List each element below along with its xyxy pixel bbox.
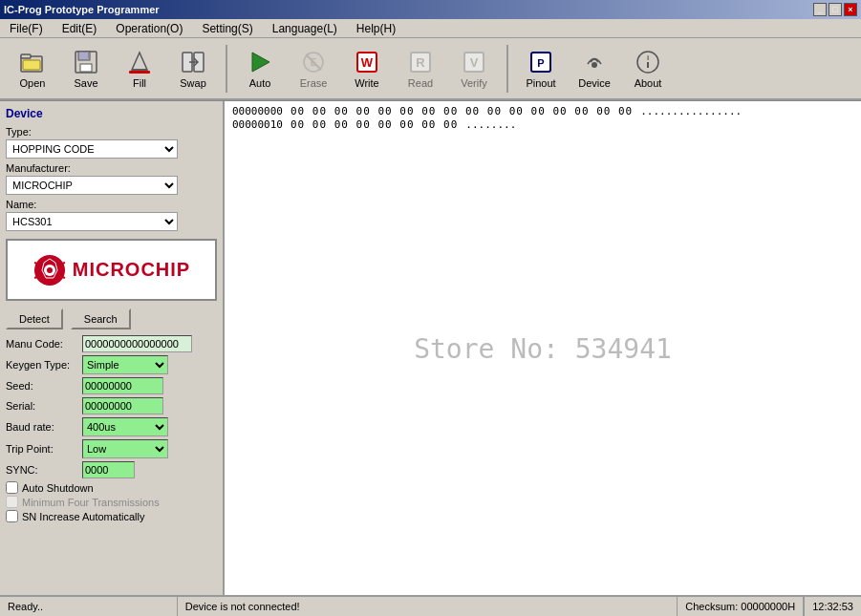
pinout-button[interactable]: P Pinout (516, 42, 566, 96)
watermark-text: Store No: 534941 (414, 332, 672, 364)
baud-rate-row: Baud rate: 400us (6, 417, 217, 436)
read-button[interactable]: R Read (396, 42, 445, 96)
manufacturer-select[interactable]: MICROCHIP (6, 176, 178, 195)
microchip-brand-text: MICROCHIP (73, 259, 190, 281)
svg-point-24 (592, 62, 597, 68)
status-checksum: Checksum: 00000000H (678, 597, 804, 616)
write-label: Write (355, 77, 378, 89)
pinout-label: Pinout (526, 77, 555, 89)
menu-setting[interactable]: Setting(S) (196, 20, 258, 37)
menu-edit[interactable]: Edit(E) (56, 20, 103, 37)
pinout-icon: P (527, 49, 554, 75)
status-device-text: Device is not connected! (185, 601, 300, 612)
svg-point-30 (47, 267, 53, 273)
status-checksum-text: Checksum: 00000000H (685, 601, 795, 612)
trip-point-label: Trip Point: (6, 443, 82, 455)
erase-label: Erase (300, 77, 328, 89)
erase-button[interactable]: E Erase (289, 42, 338, 96)
baud-rate-label: Baud rate: (6, 421, 82, 433)
detect-button[interactable]: Detect (6, 308, 63, 329)
type-select[interactable]: HOPPING CODE (6, 139, 178, 159)
menu-language[interactable]: Language(L) (267, 20, 343, 37)
save-button[interactable]: Save (61, 42, 111, 96)
verify-icon: V (461, 49, 487, 75)
swap-label: Swap (180, 77, 206, 89)
device-button[interactable]: Device (570, 42, 619, 96)
auto-label: Auto (249, 77, 271, 89)
name-select[interactable]: HCS301 (6, 212, 178, 231)
about-icon: i (635, 49, 661, 75)
search-button[interactable]: Search (71, 308, 131, 329)
sync-label: SYNC: (6, 464, 82, 476)
seed-input[interactable] (82, 377, 163, 394)
manu-code-row: Manu Code: (6, 335, 217, 352)
hex-addr-1: 00000010 (232, 118, 283, 132)
hex-bytes-1: 00 00 00 00 00 00 00 00 (291, 118, 458, 132)
sync-row: SYNC: (6, 461, 217, 478)
microchip-logo-icon (32, 253, 67, 287)
read-label: Read (408, 77, 433, 89)
serial-row: Serial: (6, 397, 217, 414)
svg-rect-2 (23, 60, 40, 70)
serial-input[interactable] (82, 397, 163, 414)
fill-icon (126, 49, 153, 75)
menu-bar: File(F) Edit(E) Operation(O) Setting(S) … (0, 19, 861, 38)
minimize-button[interactable]: _ (813, 3, 827, 16)
status-bar: Ready.. Device is not connected! Checksu… (0, 595, 861, 616)
hex-ascii-0: ................ (640, 105, 742, 118)
svg-text:P: P (537, 57, 544, 69)
swap-icon (180, 49, 206, 75)
menu-file[interactable]: File(F) (4, 20, 49, 37)
menu-operation[interactable]: Operation(O) (110, 20, 188, 37)
serial-label: Serial: (6, 400, 82, 412)
toolbar-separator-2 (506, 45, 508, 93)
about-button[interactable]: i About (623, 42, 673, 96)
hex-addr-0: 00000000 (232, 105, 283, 118)
keygen-type-select[interactable]: Simple (82, 355, 168, 374)
maximize-button[interactable]: □ (829, 3, 842, 16)
manufacturer-label: Manufacturer: (6, 162, 217, 174)
verify-button[interactable]: V Verify (449, 42, 499, 96)
auto-icon (247, 49, 273, 75)
left-panel: Device Type: HOPPING CODE Manufacturer: … (0, 101, 225, 595)
auto-shutdown-row: Auto Shutdown (6, 481, 217, 494)
fill-button[interactable]: Fill (115, 42, 164, 96)
panel-title: Device (6, 107, 217, 120)
svg-text:R: R (416, 55, 425, 70)
svg-text:V: V (470, 55, 479, 70)
swap-button[interactable]: Swap (168, 42, 218, 96)
manu-code-label: Manu Code: (6, 338, 82, 350)
title-bar-text: IC-Prog Prototype Programmer (4, 4, 160, 15)
save-label: Save (74, 77, 97, 89)
device-icon (581, 49, 608, 75)
name-label: Name: (6, 199, 217, 210)
toolbar-separator-1 (226, 45, 227, 93)
status-time: 12:32:53 (804, 597, 861, 616)
manu-code-input[interactable] (82, 335, 192, 352)
auto-button[interactable]: Auto (235, 42, 285, 96)
svg-text:W: W (361, 55, 374, 70)
verify-label: Verify (461, 77, 487, 89)
auto-shutdown-checkbox[interactable] (6, 481, 18, 494)
min-four-transmissions-label: Minimum Four Transmissions (22, 497, 160, 508)
svg-rect-5 (80, 64, 92, 72)
hex-bytes-0: 00 00 00 00 00 00 00 00 00 00 00 00 00 0… (291, 105, 633, 118)
open-label: Open (20, 77, 46, 89)
close-button[interactable]: × (844, 3, 857, 16)
sync-input[interactable] (82, 461, 135, 478)
svg-text:E: E (311, 57, 317, 68)
write-button[interactable]: W Write (342, 42, 392, 96)
trip-point-select[interactable]: Low (82, 439, 168, 458)
min-four-transmissions-checkbox[interactable] (6, 496, 18, 508)
sn-increase-checkbox[interactable] (6, 510, 18, 522)
menu-help[interactable]: Help(H) (351, 20, 401, 37)
hex-row-1: 00000010 00 00 00 00 00 00 00 00 .......… (232, 118, 853, 132)
hex-viewer: 00000000 00 00 00 00 00 00 00 00 00 00 0… (225, 101, 861, 595)
hex-row-0: 00000000 00 00 00 00 00 00 00 00 00 00 0… (232, 105, 853, 118)
open-button[interactable]: Open (8, 42, 57, 96)
svg-rect-9 (129, 71, 150, 74)
svg-text:i: i (647, 53, 649, 62)
baud-rate-select[interactable]: 400us (82, 417, 168, 436)
read-icon: R (407, 49, 434, 75)
about-label: About (635, 77, 662, 89)
